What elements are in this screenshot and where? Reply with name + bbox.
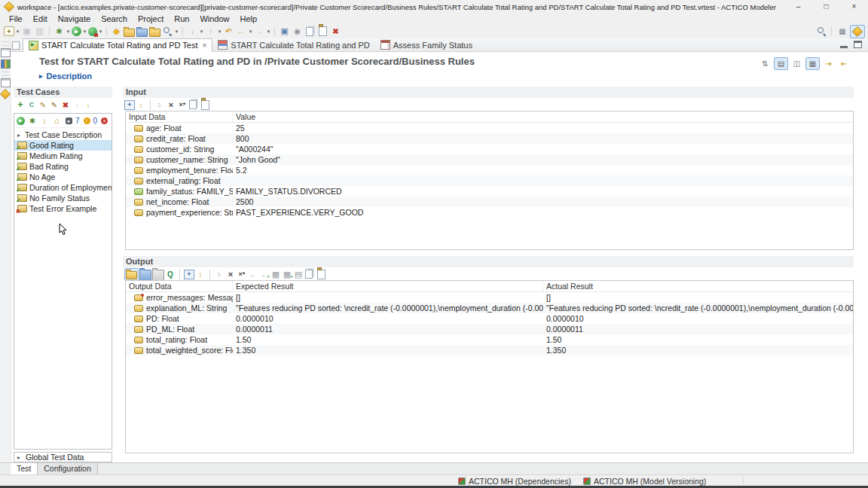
move-up-button[interactable]	[72, 99, 82, 110]
forward-button[interactable]	[254, 26, 265, 37]
delete-value-button[interactable]	[225, 269, 236, 279]
new-dropdown-icon[interactable]: ▼	[15, 29, 20, 34]
minimize-view-icon[interactable]	[840, 46, 848, 48]
editor-tab[interactable]: START Calculate Total Rating and PD ×	[212, 38, 374, 51]
test-case-item[interactable]: ▸ Test Error Example	[14, 203, 112, 214]
input-row[interactable]: credit_rate: Float 800	[126, 133, 853, 144]
field-value[interactable]: 2500	[233, 197, 853, 207]
delete-test-case-button[interactable]	[60, 99, 71, 110]
expected-result-value[interactable]: 0.0000011	[233, 324, 543, 334]
field-value[interactable]: 5.2	[233, 165, 853, 175]
menu-item[interactable]: Search	[96, 14, 133, 24]
input-row[interactable]: family_status: FAMILY_STAT... FAMILY_STA…	[126, 186, 853, 197]
export-view-icon[interactable]: ⇥	[821, 57, 836, 70]
expected-result-value[interactable]: 0.0000010	[233, 313, 543, 324]
menu-item[interactable]: File	[4, 14, 28, 24]
test-case-item[interactable]: ▸ No Age	[14, 172, 112, 182]
status-item[interactable]: ACTICO MH (Dependencies)	[458, 477, 571, 486]
minimize-button[interactable]: –	[784, 0, 812, 14]
model-explorer-icon[interactable]	[1, 59, 11, 69]
paste-icon[interactable]	[317, 270, 326, 279]
debug-dropdown-icon[interactable]: ▼	[66, 29, 71, 34]
expected-result-value[interactable]: []	[233, 292, 543, 303]
description-section-toggle[interactable]: ▸ Description	[39, 72, 92, 81]
coverage-button[interactable]	[88, 27, 97, 36]
sort-toggle-icon[interactable]: ⇅	[758, 57, 772, 70]
expected-result-value[interactable]: 1.50	[233, 334, 543, 345]
menu-item[interactable]: Window	[194, 14, 234, 24]
maximize-view-icon[interactable]	[854, 41, 862, 48]
menu-item[interactable]: Edit	[28, 14, 53, 24]
rename-test-case-button[interactable]	[49, 99, 60, 110]
bottom-tab[interactable]: Test	[11, 463, 38, 474]
coverage-dropdown-icon[interactable]: ▼	[98, 29, 103, 34]
delete-value-button[interactable]	[166, 99, 176, 110]
actico-perspective-button[interactable]	[850, 25, 865, 38]
copy-icon[interactable]	[305, 270, 313, 279]
search-dropdown-icon[interactable]: ▼	[174, 29, 179, 34]
next-annotation-button[interactable]	[187, 26, 198, 37]
input-row[interactable]: employment_tenure: Float 5.2	[126, 165, 853, 175]
output-row[interactable]: total_weighted_score: Float 1.350 1.350	[126, 345, 853, 355]
global-test-data-section[interactable]: ▸ Global Test Data	[14, 452, 112, 462]
output-row[interactable]: total_rating: Float 1.50 1.50	[126, 334, 853, 345]
menu-item[interactable]: Help	[235, 14, 263, 24]
maximize-button[interactable]: □	[812, 0, 840, 14]
output-row[interactable]: error_messages: Message Li... [] []	[126, 292, 853, 303]
back-dropdown-icon[interactable]: ▼	[248, 29, 253, 34]
tab-close-icon[interactable]: ×	[202, 41, 206, 50]
debug-button[interactable]	[53, 26, 65, 37]
open-recent-button[interactable]	[149, 29, 160, 37]
field-value[interactable]: PAST_EXPERIENCE.VERY_GOOD	[233, 207, 853, 218]
test-case-item[interactable]: ▸ Good Rating	[14, 140, 112, 151]
delete-all-values-button[interactable]	[237, 269, 247, 279]
run-button[interactable]	[72, 26, 81, 36]
new-wizard-button[interactable]	[4, 26, 14, 36]
drag-handle-icon[interactable]	[2, 41, 9, 46]
field-value[interactable]	[233, 175, 853, 186]
field-value[interactable]: FAMILY_STATUS.DIVORCED	[233, 186, 853, 197]
column-header[interactable]: Value	[233, 111, 853, 122]
grid-view-toggle-icon[interactable]: ▦	[805, 57, 820, 70]
save-button[interactable]	[21, 26, 32, 37]
back-button[interactable]	[236, 26, 247, 37]
add-output-row-button[interactable]	[184, 270, 194, 279]
previous-annotation-button[interactable]	[205, 26, 216, 37]
copy-icon[interactable]	[306, 27, 313, 36]
add-test-case-button[interactable]	[15, 99, 26, 110]
pin-editor-button[interactable]	[292, 26, 303, 37]
editor-tab[interactable]: Assess Family Status ×	[375, 38, 478, 51]
renumber-button[interactable]	[154, 99, 165, 110]
copy-all-actual-to-expected-button[interactable]	[259, 269, 270, 279]
paste-icon[interactable]	[201, 100, 209, 110]
menu-item[interactable]: Project	[133, 14, 169, 24]
delete-all-values-button[interactable]	[177, 99, 188, 110]
test-case-item[interactable]: ▸ Duration of Employment	[14, 182, 112, 193]
output-row[interactable]: explanation_ML: String "Features reducin…	[126, 303, 853, 313]
expand-rows-button[interactable]	[136, 99, 146, 110]
import-view-icon[interactable]: ⇤	[837, 57, 851, 70]
column-header[interactable]: Expected Result	[233, 281, 543, 291]
output-row[interactable]: PD_ML: Float 0.0000011 0.0000011	[126, 324, 853, 334]
actico-view-icon[interactable]	[0, 89, 11, 99]
add-column-button[interactable]	[282, 269, 292, 279]
editor-tab[interactable]: START Calculate Total Rating and PD Test…	[23, 38, 212, 52]
quick-search-icon[interactable]	[816, 26, 827, 37]
test-case-item[interactable]: ▸ Test Case Description	[14, 130, 112, 140]
expected-result-value[interactable]: "Features reducing PD sorted: \ncredit_r…	[233, 303, 543, 313]
renumber-button[interactable]	[214, 269, 225, 279]
status-item[interactable]: ACTICO MH (Model Versioning)	[583, 477, 706, 486]
run-all-tests-icon[interactable]	[17, 117, 25, 125]
copy-actual-to-expected-button[interactable]	[248, 269, 258, 279]
next-annotation-dropdown-icon[interactable]: ▼	[199, 29, 204, 34]
terminate-button[interactable]	[330, 26, 341, 37]
group-by-folder-button[interactable]	[126, 271, 137, 279]
new-editor-window-button[interactable]	[279, 26, 290, 37]
bottom-tab[interactable]: Configuration	[38, 463, 97, 474]
output-row[interactable]: PD: Float 0.0000010 0.0000010	[126, 313, 853, 324]
actico-home-button[interactable]	[111, 26, 122, 37]
column-header[interactable]: Input Data	[126, 111, 233, 122]
test-case-item[interactable]: ▸ No Family Status	[14, 193, 112, 203]
move-down-button[interactable]	[83, 99, 93, 110]
input-row[interactable]: age: Float 25	[126, 123, 853, 133]
